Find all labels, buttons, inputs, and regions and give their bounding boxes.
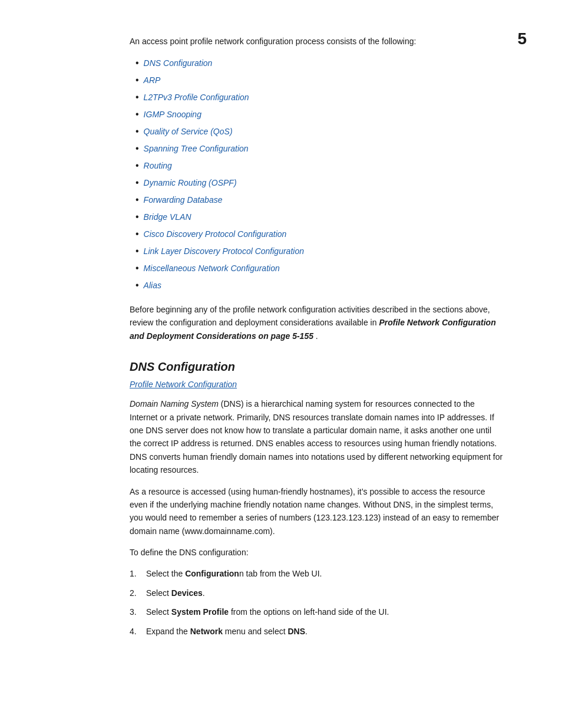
list-item: Cisco Discovery Protocol Configuration bbox=[135, 227, 503, 241]
cdp-link[interactable]: Cisco Discovery Protocol Configuration bbox=[144, 228, 287, 241]
step-2-suffix: . bbox=[203, 588, 205, 598]
list-item: ARP bbox=[135, 73, 503, 87]
intro-text: An access point profile network configur… bbox=[130, 35, 503, 48]
step-1-num: 1. bbox=[130, 567, 141, 580]
list-item: L2TPv3 Profile Configuration bbox=[135, 90, 503, 104]
list-item: Miscellaneous Network Configuration bbox=[135, 261, 503, 275]
step-2-num: 2. bbox=[130, 587, 141, 599]
list-item: DNS Configuration bbox=[135, 56, 503, 70]
step-3: 3. Select System Profile from the option… bbox=[130, 605, 503, 618]
arp-link[interactable]: ARP bbox=[144, 74, 161, 87]
step-2-text: Select Devices. bbox=[146, 587, 205, 599]
step-1-suffix: n tab from the Web UI. bbox=[239, 569, 322, 578]
step-1-text: Select the Configurationn tab from the W… bbox=[146, 567, 322, 580]
step-3-text: Select System Profile from the options o… bbox=[146, 605, 389, 618]
step-1-bold: Configuration bbox=[185, 569, 239, 578]
bridge-vlan-link[interactable]: Bridge VLAN bbox=[144, 211, 191, 223]
step-4: 4. Expand the Network menu and select DN… bbox=[130, 625, 503, 638]
step-4-suffix: . bbox=[305, 627, 308, 636]
list-item: Dynamic Routing (OSPF) bbox=[135, 176, 503, 190]
spanning-tree-link[interactable]: Spanning Tree Configuration bbox=[144, 143, 249, 155]
qos-link[interactable]: Quality of Service (QoS) bbox=[144, 126, 233, 138]
step-4-bold2: DNS bbox=[287, 627, 305, 636]
misc-link[interactable]: Miscellaneous Network Configuration bbox=[144, 262, 280, 275]
routing-link[interactable]: Routing bbox=[144, 160, 172, 172]
list-item: Alias bbox=[135, 278, 503, 292]
list-item: Routing bbox=[135, 159, 503, 173]
step-3-prefix: Select bbox=[146, 607, 171, 617]
fwd-db-link[interactable]: Forwarding Database bbox=[144, 194, 223, 206]
list-item: Link Layer Discovery Protocol Configurat… bbox=[135, 244, 503, 258]
dns-para2: As a resource is accessed (using human-f… bbox=[130, 485, 503, 538]
step-1-prefix: Select the bbox=[146, 569, 185, 578]
list-item: IGMP Snooping bbox=[135, 107, 503, 121]
bullet-list: DNS Configuration ARP L2TPv3 Profile Con… bbox=[130, 56, 503, 292]
define-label: To define the DNS configuration: bbox=[130, 546, 503, 559]
list-item: Spanning Tree Configuration bbox=[135, 141, 503, 156]
igmp-link[interactable]: IGMP Snooping bbox=[144, 108, 201, 121]
dns-config-link[interactable]: DNS Configuration bbox=[144, 57, 213, 70]
step-4-prefix: Expand the bbox=[146, 627, 190, 636]
step-2-bold: Devices bbox=[171, 588, 203, 598]
page-number: 5 bbox=[517, 29, 527, 48]
step-3-num: 3. bbox=[130, 605, 141, 618]
list-item: Bridge VLAN bbox=[135, 210, 503, 224]
ospf-link[interactable]: Dynamic Routing (OSPF) bbox=[144, 177, 237, 189]
step-4-num: 4. bbox=[130, 625, 141, 638]
step-2: 2. Select Devices. bbox=[130, 587, 503, 599]
page-container: 5 An access point profile network config… bbox=[0, 0, 562, 681]
l2tpv3-link[interactable]: L2TPv3 Profile Configuration bbox=[144, 91, 249, 104]
list-item: Quality of Service (QoS) bbox=[135, 124, 503, 139]
dns-section-title: DNS Configuration bbox=[130, 360, 503, 374]
lldp-link[interactable]: Link Layer Discovery Protocol Configurat… bbox=[144, 245, 304, 258]
dns-para1: Domain Naming System (DNS) is a hierarch… bbox=[130, 397, 503, 476]
step-2-prefix: Select bbox=[146, 588, 171, 598]
dns-para1-rest: (DNS) is a hierarchical naming system fo… bbox=[130, 399, 503, 475]
step-3-bold: System Profile bbox=[171, 607, 229, 617]
step-1: 1. Select the Configurationn tab from th… bbox=[130, 567, 503, 580]
before-note-end: . bbox=[316, 331, 318, 341]
list-item: Forwarding Database bbox=[135, 193, 503, 207]
step-4-middle: menu and select bbox=[223, 627, 288, 636]
alias-link[interactable]: Alias bbox=[144, 279, 161, 292]
step-4-bold1: Network bbox=[190, 627, 223, 636]
step-4-text: Expand the Network menu and select DNS. bbox=[146, 625, 308, 638]
before-note: Before beginning any of the profile netw… bbox=[130, 303, 503, 342]
step-3-suffix: from the options on left-hand side of th… bbox=[229, 607, 389, 617]
dns-term: Domain Naming System bbox=[130, 399, 219, 409]
steps-list: 1. Select the Configurationn tab from th… bbox=[130, 567, 503, 638]
profile-network-config-link[interactable]: Profile Network Configuration bbox=[130, 380, 503, 389]
